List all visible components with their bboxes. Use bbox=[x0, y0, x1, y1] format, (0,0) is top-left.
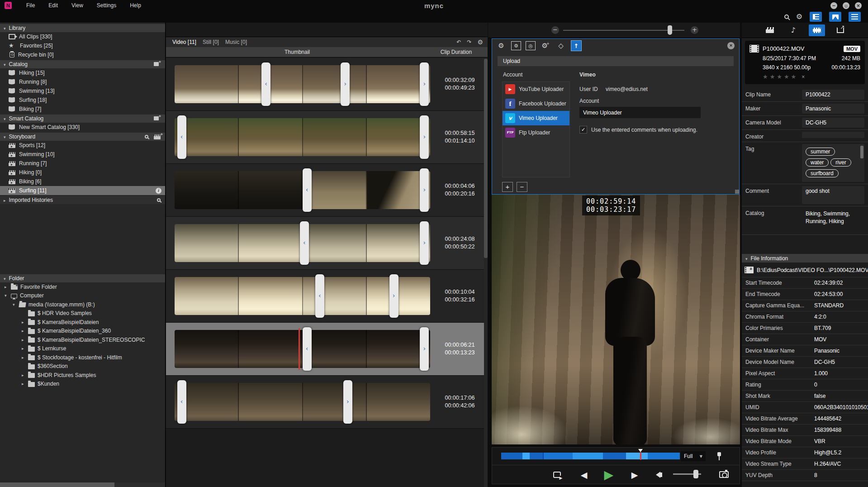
account-select[interactable]: Vimeo Uploader bbox=[579, 107, 701, 118]
trim-handle-left[interactable] bbox=[303, 327, 312, 371]
trim-handle-right[interactable] bbox=[420, 221, 429, 265]
expand-arrow-icon[interactable]: ▸ bbox=[5, 285, 8, 289]
sidebar-item[interactable]: Hiking [15] bbox=[0, 68, 165, 77]
expand-arrow-icon[interactable]: ▾ bbox=[5, 293, 8, 298]
metadata-settings-icon[interactable]: ⚙ bbox=[511, 41, 521, 50]
maximize-button[interactable]: ▫ bbox=[843, 2, 849, 9]
search-icon[interactable] bbox=[784, 14, 789, 19]
clip-row[interactable]: 00:00:06:21 00:00:13:23 bbox=[166, 323, 484, 376]
media-type-tab[interactable]: Music [0] bbox=[225, 39, 247, 45]
scrollbar-thumb[interactable] bbox=[484, 59, 488, 258]
folder-tree-item[interactable]: ▸ $Kunden bbox=[0, 380, 165, 389]
menu-item[interactable]: Help bbox=[130, 2, 141, 9]
next-frame-button[interactable]: ▶ bbox=[628, 465, 641, 484]
imported-histories-search-icon[interactable] bbox=[157, 198, 161, 202]
sidebar-item[interactable]: Sports [12] bbox=[0, 141, 165, 150]
batch-settings-icon[interactable]: ⚙+ bbox=[540, 40, 551, 51]
trim-handle-right[interactable] bbox=[389, 274, 398, 318]
close-button[interactable]: × bbox=[855, 2, 862, 9]
trim-handle-right[interactable] bbox=[343, 380, 352, 424]
sidebar-item[interactable]: New Smart Catalog [330] bbox=[0, 123, 165, 132]
scrub-bar[interactable] bbox=[501, 453, 680, 459]
tag-pill[interactable]: river bbox=[830, 158, 851, 167]
settings-gear-icon[interactable]: ⚙ bbox=[496, 40, 507, 51]
duration-column-header[interactable]: Clip Duration bbox=[428, 47, 484, 57]
volume-slider[interactable] bbox=[673, 473, 701, 475]
clip-properties-button[interactable] bbox=[809, 24, 825, 36]
maker-field[interactable]: Panasonic bbox=[802, 104, 864, 114]
add-account-button[interactable]: + bbox=[502, 182, 513, 192]
menu-item[interactable]: Settings bbox=[97, 2, 116, 9]
previous-frame-button[interactable]: ◀ bbox=[577, 465, 591, 484]
video-library-button[interactable] bbox=[762, 24, 778, 36]
expand-arrow-icon[interactable]: ▾ bbox=[13, 302, 16, 307]
trim-handle-left[interactable] bbox=[315, 274, 324, 318]
file-information-header[interactable]: File Information bbox=[742, 254, 868, 263]
trim-handle-mid[interactable] bbox=[341, 62, 350, 106]
storyboard-section-header[interactable]: Storyboard bbox=[0, 133, 165, 141]
menu-item[interactable]: View bbox=[71, 2, 83, 9]
thumbnail-view-button[interactable] bbox=[829, 12, 841, 22]
volume-thumb[interactable] bbox=[693, 470, 698, 478]
expand-arrow-icon[interactable]: ▸ bbox=[22, 346, 25, 351]
scrub-playhead[interactable] bbox=[640, 452, 641, 460]
trim-handle-right[interactable] bbox=[420, 327, 429, 371]
zoom-in-button[interactable]: + bbox=[691, 26, 698, 34]
sidebar-item[interactable]: Running [7] bbox=[0, 159, 165, 168]
tag-pill[interactable]: summer bbox=[806, 148, 835, 156]
sidebar-item[interactable]: Recycle bin [0] bbox=[0, 50, 165, 59]
sidebar-item[interactable]: Running [8] bbox=[0, 77, 165, 86]
account-list-item[interactable]: FTP Ftp Uploader bbox=[503, 125, 569, 140]
folder-tree-item[interactable]: ▸ $ KameraBeispielDateien_STEREOSCOPIC bbox=[0, 335, 165, 344]
sidebar-item[interactable]: All Clips [330] bbox=[0, 32, 165, 41]
sidebar-item[interactable]: Favorites [25] bbox=[0, 41, 165, 50]
music-button[interactable]: ♪ bbox=[785, 24, 802, 36]
expand-arrow-icon[interactable]: ▸ bbox=[22, 338, 25, 342]
sidebar-item[interactable]: Biking [6] bbox=[0, 177, 165, 186]
creator-field[interactable] bbox=[802, 132, 864, 138]
close-panel-icon[interactable]: × bbox=[727, 42, 735, 49]
trim-handle-left[interactable] bbox=[300, 221, 309, 265]
playhead-marker[interactable] bbox=[299, 328, 300, 370]
clip-list-settings-gear-icon[interactable]: ⚙ bbox=[477, 38, 483, 46]
rating-stars[interactable]: ★★★★★ bbox=[763, 73, 798, 80]
minimize-button[interactable]: − bbox=[830, 2, 837, 9]
folder-tree-item[interactable]: ▸ Favorite Folder bbox=[0, 282, 165, 291]
upload-icon[interactable]: ↑ bbox=[571, 40, 582, 51]
expand-arrow-icon[interactable]: ▸ bbox=[22, 355, 25, 360]
tag-pill[interactable]: surfboard bbox=[806, 169, 839, 177]
clip-row[interactable]: 00:00:17:06 00:00:42:06 bbox=[166, 376, 484, 429]
comments-checkbox[interactable]: ✓ bbox=[579, 126, 587, 134]
settings-gear-icon[interactable]: ⚙ bbox=[796, 13, 802, 20]
trim-handle-left[interactable] bbox=[303, 168, 312, 212]
folder-section-header[interactable]: Folder bbox=[0, 274, 165, 282]
expand-arrow-icon[interactable]: ▸ bbox=[22, 329, 25, 333]
tag-pill[interactable]: water bbox=[806, 158, 829, 167]
sidebar-item[interactable]: Surfing [11] i bbox=[0, 186, 165, 195]
imported-histories-header[interactable]: Imported Histories bbox=[0, 196, 165, 204]
clip-list-scrollbar[interactable] bbox=[484, 58, 488, 487]
clip-row[interactable]: 00:00:10:04 00:00:32:16 bbox=[166, 270, 484, 323]
clip-name-field[interactable]: P1000422 bbox=[802, 90, 864, 100]
scrollbar-thumb[interactable] bbox=[0, 482, 114, 487]
media-type-tab[interactable]: Still [0] bbox=[203, 39, 219, 45]
trim-handle-left[interactable] bbox=[177, 115, 186, 159]
loop-button[interactable] bbox=[550, 465, 564, 484]
comment-field[interactable]: good shot bbox=[802, 186, 864, 204]
sidebar-horizontal-scrollbar[interactable] bbox=[0, 482, 166, 487]
info-icon[interactable]: i bbox=[156, 188, 161, 194]
redo-icon[interactable]: ↷ bbox=[467, 39, 471, 45]
snapshot-button[interactable] bbox=[716, 465, 731, 484]
menu-item[interactable]: Edit bbox=[48, 2, 58, 9]
trim-handle-left[interactable] bbox=[261, 62, 270, 106]
expand-arrow-icon[interactable]: ▸ bbox=[22, 382, 25, 386]
zoom-out-button[interactable]: − bbox=[551, 26, 559, 34]
tag-scrollbar[interactable] bbox=[860, 146, 863, 158]
expand-arrow-icon[interactable]: ▸ bbox=[22, 373, 25, 377]
folder-tree-item[interactable]: ▸ $ Stockfootage - kostenfrei - Hitfilm bbox=[0, 353, 165, 362]
preview-eye-icon[interactable]: ◎ bbox=[526, 41, 536, 50]
catalog-section-header[interactable]: Catalog bbox=[0, 60, 165, 68]
remove-account-button[interactable]: − bbox=[517, 182, 527, 192]
folder-tree-item[interactable]: ▸ $HDR Pictures Samples bbox=[0, 371, 165, 380]
smart-catalog-section-header[interactable]: Smart Catalog bbox=[0, 115, 165, 123]
